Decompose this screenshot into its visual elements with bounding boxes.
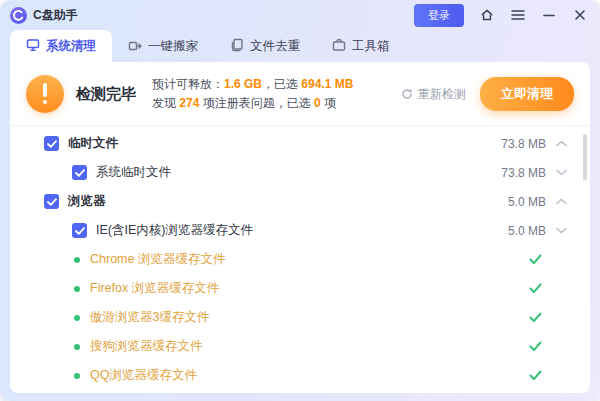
toolbox-icon bbox=[332, 38, 346, 55]
bullet-dot-icon bbox=[74, 344, 80, 350]
scan-detail: 预计可释放：1.6 GB，已选 694.1 MB 发现 274 项注册表问题，已… bbox=[152, 75, 353, 113]
list-item-browsers[interactable]: 浏览器 5.0 MB bbox=[10, 187, 590, 216]
recheck-label: 重新检测 bbox=[418, 86, 466, 103]
green-check-icon bbox=[529, 254, 542, 265]
app-logo-icon bbox=[10, 7, 27, 24]
warning-icon bbox=[26, 75, 64, 113]
checkbox-checked[interactable] bbox=[44, 194, 59, 209]
checkbox-checked[interactable] bbox=[44, 136, 59, 151]
item-size: 73.8 MB bbox=[501, 137, 546, 151]
scrollbar[interactable] bbox=[583, 134, 587, 384]
list-item-maxthon-cache[interactable]: 傲游浏览器3缓存文件 bbox=[10, 303, 590, 332]
system-cleanup-icon bbox=[26, 38, 40, 55]
bullet-dot-icon bbox=[74, 257, 80, 263]
main-panel: 检测完毕 预计可释放：1.6 GB，已选 694.1 MB 发现 274 项注册… bbox=[10, 62, 590, 393]
tab-file-dedupe[interactable]: 文件去重 bbox=[214, 30, 316, 62]
chevron-up-icon[interactable] bbox=[546, 140, 576, 147]
selected-size: 694.1 MB bbox=[301, 77, 353, 91]
refresh-icon bbox=[401, 88, 413, 100]
checkbox-checked[interactable] bbox=[72, 165, 87, 180]
registry-issue-count: 274 bbox=[179, 96, 199, 110]
tab-label: 工具箱 bbox=[352, 38, 390, 55]
move-icon bbox=[128, 38, 142, 55]
recheck-button[interactable]: 重新检测 bbox=[401, 86, 466, 103]
duplicate-file-icon bbox=[230, 38, 244, 55]
login-button[interactable]: 登录 bbox=[414, 4, 464, 27]
list-item-ie-cache[interactable]: IE(含IE内核)浏览器缓存文件 5.0 MB bbox=[10, 216, 590, 245]
menu-icon[interactable] bbox=[510, 7, 526, 23]
bullet-dot-icon bbox=[74, 373, 80, 379]
checkbox-checked[interactable] bbox=[72, 223, 87, 238]
minimize-icon[interactable] bbox=[541, 7, 557, 23]
app-window: C盘助手 登录 系统清理 bbox=[0, 0, 600, 401]
releasable-size: 1.6 GB bbox=[224, 77, 262, 91]
tab-label: 系统清理 bbox=[46, 38, 96, 55]
registry-selected-count: 0 bbox=[314, 96, 321, 110]
tab-system-cleanup[interactable]: 系统清理 bbox=[10, 30, 112, 62]
tab-toolbox[interactable]: 工具箱 bbox=[316, 30, 406, 62]
tab-bar: 系统清理 一键搬家 文件去重 工具箱 bbox=[10, 30, 590, 62]
close-icon[interactable] bbox=[572, 7, 588, 23]
app-title: C盘助手 bbox=[33, 7, 78, 24]
tab-one-click-move[interactable]: 一键搬家 bbox=[112, 30, 214, 62]
green-check-icon bbox=[529, 283, 542, 294]
item-size: 5.0 MB bbox=[508, 224, 546, 238]
summary-actions: 重新检测 立即清理 bbox=[401, 77, 574, 111]
scrollbar-thumb[interactable] bbox=[583, 134, 587, 180]
item-size: 73.8 MB bbox=[501, 166, 546, 180]
scan-status: 检测完毕 bbox=[76, 85, 136, 104]
green-check-icon bbox=[529, 341, 542, 352]
titlebar-controls: 登录 bbox=[414, 4, 588, 27]
registry-line: 发现 274 项注册表问题，已选 0 项 bbox=[152, 94, 353, 113]
item-size: 5.0 MB bbox=[508, 195, 546, 209]
green-check-icon bbox=[529, 370, 542, 381]
chevron-up-icon[interactable] bbox=[546, 198, 576, 205]
list-item-qq-cache[interactable]: QQ浏览器缓存文件 bbox=[10, 361, 590, 390]
list-item-chrome-cache[interactable]: Chrome 浏览器缓存文件 bbox=[10, 245, 590, 274]
releasable-line: 预计可释放：1.6 GB，已选 694.1 MB bbox=[152, 75, 353, 94]
bullet-dot-icon bbox=[74, 286, 80, 292]
titlebar: C盘助手 登录 bbox=[0, 0, 600, 30]
chevron-down-icon[interactable] bbox=[546, 227, 576, 234]
cleanup-list: 临时文件 73.8 MB 系统临时文件 73.8 MB 浏览器 5.0 MB I… bbox=[10, 126, 590, 390]
chevron-down-icon[interactable] bbox=[546, 169, 576, 176]
scan-summary: 检测完毕 预计可释放：1.6 GB，已选 694.1 MB 发现 274 项注册… bbox=[10, 62, 590, 125]
list-item-sogou-cache[interactable]: 搜狗浏览器缓存文件 bbox=[10, 332, 590, 361]
tab-label: 文件去重 bbox=[250, 38, 300, 55]
list-item-firefox-cache[interactable]: Firefox 浏览器缓存文件 bbox=[10, 274, 590, 303]
list-item-temp-files[interactable]: 临时文件 73.8 MB bbox=[10, 129, 590, 158]
bullet-dot-icon bbox=[74, 315, 80, 321]
clean-now-button[interactable]: 立即清理 bbox=[480, 77, 574, 111]
list-item-system-temp[interactable]: 系统临时文件 73.8 MB bbox=[10, 158, 590, 187]
home-icon[interactable] bbox=[479, 7, 495, 23]
tab-label: 一键搬家 bbox=[148, 38, 198, 55]
green-check-icon bbox=[529, 312, 542, 323]
